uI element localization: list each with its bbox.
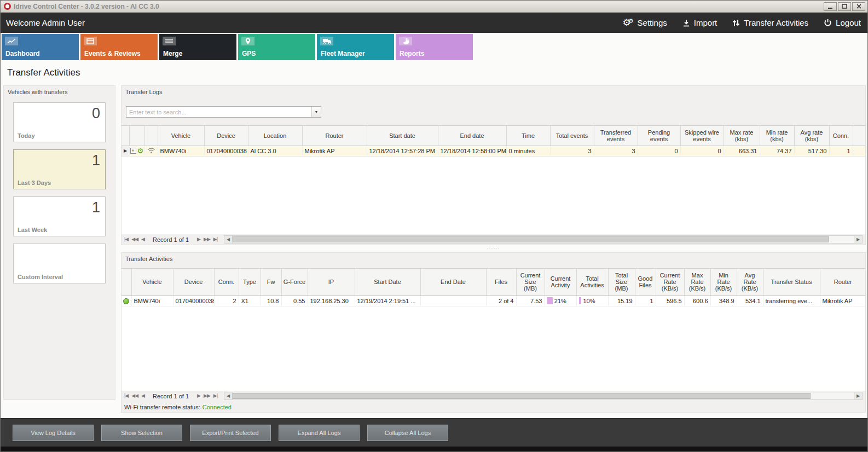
act-column-header-min-rate[interactable]: Min Rate (KB/s) (710, 269, 737, 295)
pager-next-page-button[interactable]: ▶▶ (204, 237, 210, 242)
act-column-header-type[interactable]: Type (239, 269, 261, 295)
view-log-details-button[interactable]: View Log Details (13, 425, 94, 441)
act-column-header-g-force[interactable]: G-Force (281, 269, 308, 295)
cell-skipped-wire-events: 0 (680, 146, 724, 156)
sidebar-card-last-3-days[interactable]: 1 Last 3 Days (13, 149, 106, 189)
horizontal-scrollbar-thumb[interactable] (233, 236, 829, 242)
tab-dashboard[interactable]: Dashboard (2, 34, 79, 60)
horizontal-scrollbar-thumb[interactable] (233, 393, 810, 399)
act-column-header-device[interactable]: Device (173, 269, 214, 295)
transfer-logs-grid-area: Vehicle Device Location Router Start dat… (121, 125, 865, 234)
cell-total-size: 15.19 (608, 295, 635, 306)
scroll-left-icon[interactable]: ◀ (224, 236, 233, 243)
sidebar-card-last-week[interactable]: 1 Last Week (13, 196, 106, 236)
scroll-right-icon[interactable]: ▶ (854, 392, 862, 399)
column-header-max-rate[interactable]: Max rate (kbs) (724, 126, 760, 146)
pager-prev-button[interactable]: ◀ (141, 393, 144, 398)
scroll-left-icon[interactable]: ◀ (224, 392, 233, 399)
welcome-text: Welcome Admin User (6, 18, 85, 27)
pager-first-button[interactable]: |◀ (124, 237, 128, 242)
sidebar-card-custom-interval[interactable]: Custom Interval (13, 244, 106, 283)
close-button[interactable] (852, 2, 865, 11)
horizontal-scrollbar[interactable]: ◀ ▶ (224, 392, 863, 400)
column-header-pending-events[interactable]: Pending events (638, 126, 680, 146)
act-column-header-total-size[interactable]: Total Size (MB) (608, 269, 635, 295)
act-column-header-transfer-status[interactable]: Transfer Status (763, 269, 820, 295)
tab-events-reviews[interactable]: Events & Reviews (80, 34, 158, 60)
pager-next-button[interactable]: ▶ (197, 237, 200, 242)
act-column-header-end-date[interactable]: End Date (420, 269, 486, 295)
act-column-header-current-rate[interactable]: Current Rate (KB/s) (656, 269, 684, 295)
column-header-skipped-wire-events[interactable]: Skipped wire events (680, 126, 724, 146)
column-header-device[interactable]: Device (204, 126, 248, 146)
transfer-activities-button[interactable]: Transfer Activities (732, 18, 808, 27)
page-title: Transfer Activities (7, 67, 80, 78)
tab-gps[interactable]: GPS (238, 34, 315, 60)
export-print-selected-button[interactable]: Export/Print Selected (190, 425, 271, 441)
pager-next-page-button[interactable]: ▶▶ (204, 393, 210, 398)
column-header-conn[interactable]: Conn. (829, 126, 853, 146)
cell-current-size: 7.53 (516, 295, 545, 306)
act-column-header-fw[interactable]: Fw (261, 269, 281, 295)
transfer-activity-row[interactable]: BMW740i 017040000038 2 X1 10.8 0.55 192.… (121, 295, 865, 306)
expand-all-logs-button[interactable]: Expand All Logs (279, 425, 360, 441)
column-header-transferred-events[interactable]: Transferred events (594, 126, 638, 146)
pager-next-button[interactable]: ▶ (197, 393, 200, 398)
maximize-button[interactable] (838, 2, 851, 11)
act-column-header-files[interactable]: Files (486, 269, 516, 295)
act-column-header-avg-rate[interactable]: Avg Rate (KB/s) (737, 269, 763, 295)
import-button[interactable]: Import (682, 18, 717, 27)
pager-prev-page-button[interactable]: ◀◀ (131, 237, 138, 242)
act-column-header-conn[interactable]: Conn. (214, 269, 239, 295)
search-input[interactable] (126, 107, 311, 118)
pager-prev-page-button[interactable]: ◀◀ (131, 393, 138, 398)
horizontal-scrollbar[interactable]: ◀ ▶ (224, 235, 863, 244)
transfer-activities-title: Transfer Activities (121, 253, 865, 265)
column-header-total-events[interactable]: Total events (550, 126, 594, 146)
column-header-end-date[interactable]: End date (438, 126, 506, 146)
gears-icon: ⚙⚙ (622, 18, 633, 27)
expand-row-icon[interactable]: + (130, 148, 136, 154)
show-selection-button[interactable]: Show Selection (101, 425, 182, 441)
act-column-header-good-files[interactable]: Good Files (635, 269, 656, 295)
column-header-time[interactable]: Time (506, 126, 550, 146)
collapse-all-logs-button[interactable]: Collapse All Logs (367, 425, 448, 441)
tab-merge[interactable]: Merge (159, 34, 236, 60)
column-header-min-rate[interactable]: Min rate (kbs) (760, 126, 794, 146)
act-column-header-ip[interactable]: IP (308, 269, 355, 295)
pager-last-button[interactable]: ▶| (213, 393, 217, 398)
tab-reports[interactable]: Reports (396, 34, 473, 60)
import-label: Import (694, 18, 717, 27)
act-column-header-max-rate[interactable]: Max Rate (KB/s) (684, 269, 710, 295)
tab-fleet-manager[interactable]: Fleet Manager (317, 34, 394, 60)
column-header-avg-rate[interactable]: Avg rate (kbs) (794, 126, 829, 146)
panel-splitter[interactable]: ······ (121, 246, 866, 252)
total-activities-progressbar (579, 297, 582, 304)
act-column-header-router[interactable]: Router (820, 269, 865, 295)
act-column-header-current-size[interactable]: Current Size (MB) (516, 269, 545, 295)
pager-last-button[interactable]: ▶| (213, 237, 217, 242)
card-label: Last 3 Days (18, 179, 51, 186)
cell-avg-rate: 517.30 (794, 146, 829, 156)
column-header-location[interactable]: Location (248, 126, 302, 146)
column-header-router[interactable]: Router (302, 126, 367, 146)
settings-button[interactable]: ⚙⚙ Settings (622, 18, 667, 27)
act-column-header-vehicle[interactable]: Vehicle (131, 269, 173, 295)
minimize-button[interactable] (824, 2, 837, 11)
pager-prev-button[interactable]: ◀ (141, 237, 144, 242)
act-column-header-start-date[interactable]: Start Date (355, 269, 420, 295)
logout-label: Logout (836, 18, 861, 27)
search-dropdown-button[interactable]: ▼ (311, 107, 321, 117)
column-header-vehicle[interactable]: Vehicle (158, 126, 204, 146)
logout-button[interactable]: Logout (824, 18, 861, 27)
act-column-header-current-activity[interactable]: Current Activity (545, 269, 576, 295)
cell-router: Mikrotik AP (302, 146, 367, 156)
sidebar-card-today[interactable]: 0 Today (13, 102, 106, 142)
column-header-start-date[interactable]: Start date (367, 126, 438, 146)
scroll-right-icon[interactable]: ▶ (854, 236, 862, 243)
transfer-log-row[interactable]: ▶ +⚙ BMW740i 017040000038 (121, 146, 865, 156)
tile-label: Fleet Manager (321, 50, 365, 57)
act-column-header-total-activities[interactable]: Total Activities (576, 269, 608, 295)
pager-first-button[interactable]: |◀ (124, 393, 128, 398)
transfer-activities-panel: Transfer Activities Vehicle Device (121, 252, 866, 413)
